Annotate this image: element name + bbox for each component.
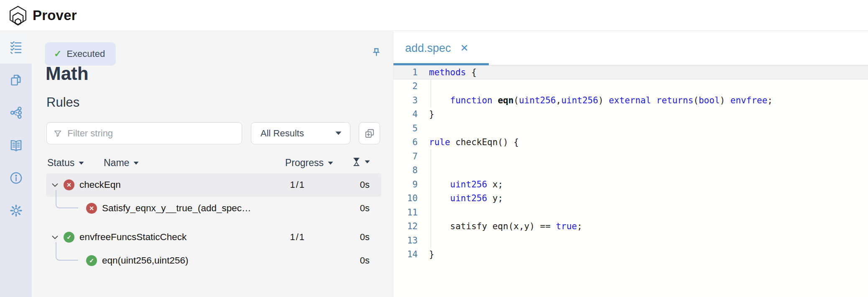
chevron-down-icon — [79, 161, 84, 165]
hourglass-icon — [352, 157, 360, 166]
pin-button[interactable] — [369, 44, 384, 59]
sidebar-item-docs[interactable] — [0, 129, 32, 161]
prover-app: Prover ✓ Executed Math Rules All Results — [0, 0, 868, 297]
code-line: 12 satisfy eqn(x,y) == true; — [393, 220, 868, 234]
code-line: 10 uint256 y; — [393, 192, 868, 206]
table-row[interactable]: ✕Satisfy_eqnx_y__true_(add_spec…0s — [46, 197, 381, 220]
call-graph-icon — [10, 106, 23, 119]
status-error-icon: ✕ — [64, 179, 74, 190]
chevron-down-icon — [365, 160, 370, 164]
close-icon[interactable]: ✕ — [460, 43, 469, 53]
rule-name: checkEqn — [79, 179, 121, 190]
editor-tab-bar: add.spec ✕ — [393, 31, 868, 65]
book-icon — [10, 139, 23, 152]
info-icon — [10, 172, 23, 184]
code-line: 14} — [393, 248, 868, 262]
results-filter-dropdown[interactable]: All Results — [251, 122, 350, 144]
line-number: 4 — [393, 109, 418, 119]
indent-guide — [431, 93, 431, 108]
indent-guide — [431, 79, 431, 94]
line-number: 3 — [393, 95, 418, 105]
line-number: 14 — [393, 249, 418, 259]
code-text: methods { — [429, 67, 477, 77]
chevron-down-icon — [335, 131, 342, 135]
tab-label: add.spec — [405, 42, 451, 55]
rule-progress: 1/1 — [290, 232, 305, 243]
rule-name: Satisfy_eqnx_y__true_(add_spec… — [102, 203, 251, 214]
line-number: 8 — [393, 165, 418, 175]
code-text: } — [429, 109, 434, 119]
indent-guide — [431, 220, 431, 234]
indent-guide — [431, 149, 431, 164]
pin-icon — [370, 46, 382, 58]
line-number: 6 — [393, 137, 418, 147]
table-row[interactable]: ✓eqn(uint256,uint256)0s — [46, 249, 381, 272]
page-title: Math — [46, 63, 89, 84]
gear-icon — [10, 204, 23, 217]
sidebar-item-rules[interactable] — [0, 31, 32, 64]
indent-guide — [431, 205, 431, 220]
rules-table-header: Status Name Progress — [47, 157, 382, 170]
app-header: Prover — [0, 0, 868, 31]
progress-header-label: Progress — [285, 157, 324, 169]
name-header-label: Name — [104, 157, 129, 169]
spec-editor: add.spec ✕ 1methods {23 function eqn(uin… — [393, 31, 868, 297]
line-number: 9 — [393, 179, 418, 189]
funnel-icon — [54, 129, 62, 138]
prover-logo-icon — [8, 5, 28, 26]
line-number: 11 — [393, 207, 418, 218]
status-success-icon: ✓ — [64, 232, 74, 243]
sidebar-item-settings[interactable] — [0, 194, 32, 227]
column-header-name[interactable]: Name — [104, 157, 139, 169]
chevron-down-icon[interactable] — [52, 236, 58, 239]
copy-plus-icon — [364, 128, 375, 139]
sidebar-item-call-graph[interactable] — [0, 96, 32, 129]
column-header-progress[interactable]: Progress — [285, 157, 333, 169]
icon-rail — [0, 31, 32, 297]
chevron-down-icon — [328, 161, 333, 165]
filter-input-wrap — [46, 122, 242, 144]
tree-connector — [56, 242, 78, 261]
table-row[interactable]: ✕checkEqn1/10s — [46, 173, 381, 197]
column-header-status[interactable]: Status — [47, 157, 84, 169]
rules-tree: ✕checkEqn1/10s✕Satisfy_eqnx_y__true_(add… — [46, 173, 381, 272]
status-badge: ✓ Executed — [45, 42, 116, 66]
sidebar-item-info[interactable] — [0, 161, 32, 194]
code-line: 2 — [393, 79, 868, 94]
chevron-down-icon[interactable] — [52, 183, 58, 187]
rule-time: 0s — [360, 179, 370, 190]
code-line: 4} — [393, 108, 868, 122]
check-icon: ✓ — [54, 49, 61, 59]
status-success-icon: ✓ — [86, 255, 97, 266]
rule-progress: 1/1 — [290, 179, 305, 190]
tab-add-spec[interactable]: add.spec ✕ — [393, 31, 469, 65]
code-line: 9 uint256 x; — [393, 177, 868, 192]
line-number: 2 — [393, 81, 418, 91]
rule-name: envfreeFuncsStaticCheck — [79, 232, 186, 243]
code-line: 7 — [393, 149, 868, 164]
code-text: satisfy eqn(x,y) == true; — [429, 221, 582, 231]
sidebar-item-contracts[interactable] — [0, 64, 32, 96]
code-line: 11 — [393, 205, 868, 220]
code-line: 1methods { — [393, 65, 868, 79]
code-text: } — [429, 249, 434, 259]
code-line: 5 — [393, 121, 868, 136]
chevron-down-icon — [133, 161, 139, 165]
code-area[interactable]: 1methods {23 function eqn(uint256,uint25… — [393, 65, 868, 297]
line-number: 1 — [393, 67, 418, 77]
status-badge-label: Executed — [66, 49, 105, 59]
line-number: 12 — [393, 221, 418, 231]
code-text: rule checkEqn() { — [429, 137, 519, 147]
code-text: uint256 x; — [429, 179, 503, 189]
brand-name: Prover — [33, 8, 77, 23]
indent-guide — [431, 164, 431, 178]
line-number: 7 — [393, 151, 418, 161]
column-header-time[interactable] — [352, 157, 370, 166]
expand-all-button[interactable] — [359, 122, 380, 144]
tree-connector — [56, 190, 78, 208]
search-input[interactable] — [67, 128, 235, 139]
line-number: 13 — [393, 236, 418, 246]
table-row[interactable]: ✓envfreeFuncsStaticCheck1/10s — [46, 225, 381, 249]
code-text: function eqn(uint256,uint256) external r… — [429, 95, 773, 105]
checklist-icon — [10, 41, 23, 54]
